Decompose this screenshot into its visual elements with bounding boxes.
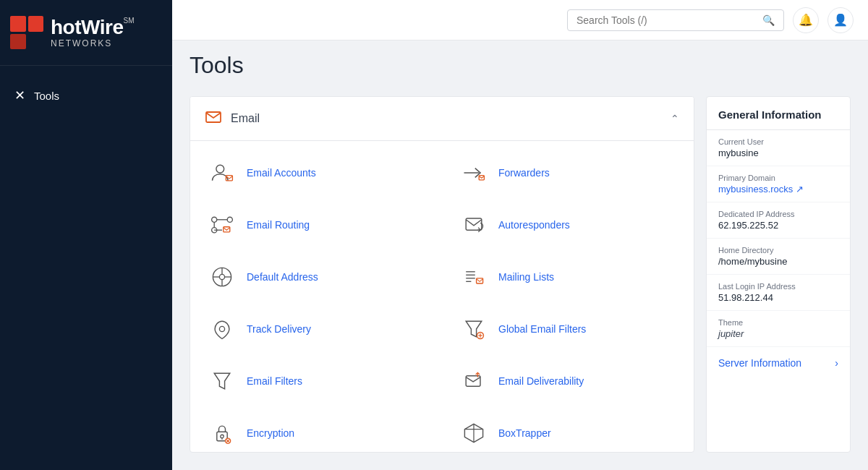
tool-item-global-email-filters[interactable]: Global Email Filters [442, 303, 694, 355]
user-icon: 👤 [833, 13, 848, 27]
track-delivery-icon [208, 315, 237, 343]
topbar: 🔍 🔔 👤 [172, 0, 868, 40]
logo-squares [10, 16, 43, 49]
notifications-button[interactable]: 🔔 [793, 7, 819, 33]
tool-item-email-accounts[interactable]: Email Accounts [190, 147, 442, 199]
email-routing-label: Email Routing [247, 219, 310, 231]
tool-item-mailing-lists[interactable]: Mailing Lists [442, 251, 694, 303]
sidebar-item-tools-label: Tools [34, 90, 59, 102]
email-accounts-icon [208, 158, 237, 187]
svg-point-14 [219, 274, 224, 279]
mailing-lists-icon [459, 262, 488, 291]
home-dir-row: Home Directory /home/mybusine [707, 239, 850, 275]
last-login-value: 51.98.212.44 [718, 292, 838, 303]
theme-label: Theme [718, 318, 838, 327]
content-area: Email ⌃ Email Accounts [172, 79, 868, 470]
chevron-up-icon[interactable]: ⌃ [671, 113, 679, 124]
last-login-label: Last Login IP Address [718, 282, 838, 291]
autoresponders-icon [459, 210, 488, 239]
logo-sq-4 [28, 34, 44, 50]
svg-rect-11 [224, 227, 230, 232]
primary-domain-row: Primary Domain mybusiness.rocks ↗ [707, 166, 850, 202]
email-routing-icon [208, 210, 237, 239]
tool-item-encryption[interactable]: Encryption [190, 407, 442, 453]
search-box[interactable]: 🔍 [567, 9, 784, 31]
tool-item-forwarders[interactable]: Forwarders [442, 147, 694, 199]
user-menu-button[interactable]: 👤 [827, 7, 854, 33]
sidebar: hotWire SM NETWORKS ✕ Tools [0, 0, 172, 470]
sidebar-nav: ✕ Tools [0, 66, 172, 125]
sidebar-item-tools[interactable]: ✕ Tools [0, 79, 172, 112]
svg-point-33 [221, 435, 224, 438]
theme-row: Theme jupiter [707, 311, 850, 347]
svg-rect-23 [477, 278, 483, 283]
server-info-row[interactable]: Server Information › [707, 347, 850, 379]
logo-brand: hotWire [51, 17, 123, 39]
chevron-right-icon: › [835, 357, 838, 369]
main-panel: Email ⌃ Email Accounts [190, 96, 694, 453]
default-address-label: Default Address [247, 271, 318, 283]
email-section-title: Email [231, 112, 260, 125]
dedicated-ip-value: 62.195.225.52 [718, 220, 838, 231]
email-filters-label: Email Filters [247, 375, 302, 387]
email-section-icon [205, 108, 222, 129]
page-title: Tools [172, 40, 868, 79]
tool-item-email-filters[interactable]: Email Filters [190, 355, 442, 407]
email-filters-icon [208, 367, 237, 396]
tool-item-email-deliverability[interactable]: Email Deliverability [442, 355, 694, 407]
svg-rect-30 [466, 376, 480, 386]
tool-item-default-address[interactable]: Default Address [190, 251, 442, 303]
tool-item-autoresponders[interactable]: Autoresponders [442, 199, 694, 251]
default-address-icon [208, 262, 237, 291]
forwarders-icon [459, 158, 488, 187]
email-section-header: Email ⌃ [190, 97, 694, 141]
search-icon: 🔍 [762, 14, 775, 26]
forwarders-label: Forwarders [498, 167, 550, 179]
svg-point-5 [212, 217, 217, 222]
svg-point-1 [216, 165, 224, 173]
logo-sq-3 [10, 34, 26, 50]
primary-domain-label: Primary Domain [718, 174, 838, 182]
current-user-label: Current User [718, 137, 838, 146]
info-panel-title: General Information [707, 97, 850, 130]
mailing-lists-label: Mailing Lists [498, 271, 554, 283]
boxtrapper-label: BoxTrapper [498, 427, 551, 439]
tools-icon: ✕ [14, 87, 25, 103]
home-dir-value: /home/mybusine [718, 256, 838, 267]
svg-point-6 [227, 217, 232, 222]
logo-sq-2 [28, 16, 44, 32]
logo-networks: NETWORKS [51, 39, 134, 48]
bell-icon: 🔔 [799, 13, 813, 27]
last-login-row: Last Login IP Address 51.98.212.44 [707, 275, 850, 311]
global-email-filters-label: Global Email Filters [498, 323, 586, 335]
tool-item-email-routing[interactable]: Email Routing [190, 199, 442, 251]
global-email-filters-icon [459, 315, 488, 343]
info-panel: General Information Current User mybusin… [706, 96, 851, 453]
boxtrapper-icon [459, 419, 488, 448]
logo-text: hotWire SM NETWORKS [51, 17, 134, 48]
logo-area: hotWire SM NETWORKS [0, 0, 172, 66]
svg-marker-29 [214, 373, 230, 389]
search-input[interactable] [576, 14, 757, 26]
tool-item-track-delivery[interactable]: Track Delivery [190, 303, 442, 355]
current-user-value: mybusine [718, 148, 838, 158]
section-header-left: Email [205, 108, 260, 129]
email-deliverability-label: Email Deliverability [498, 375, 584, 387]
current-user-row: Current User mybusine [707, 130, 850, 166]
autoresponders-label: Autoresponders [498, 219, 570, 231]
server-info-label: Server Information [718, 357, 801, 369]
dedicated-ip-row: Dedicated IP Address 62.195.225.52 [707, 202, 850, 239]
main-area: 🔍 🔔 👤 Tools [172, 0, 868, 470]
logo-sq-1 [10, 16, 26, 32]
external-link-icon: ↗ [796, 184, 804, 195]
track-delivery-label: Track Delivery [247, 323, 311, 335]
svg-point-24 [219, 326, 224, 331]
primary-domain-value[interactable]: mybusiness.rocks ↗ [718, 184, 838, 195]
email-accounts-label: Email Accounts [247, 167, 316, 179]
encryption-label: Encryption [247, 427, 294, 439]
theme-value: jupiter [718, 328, 838, 339]
tools-grid: Email Accounts Forwarders [190, 141, 694, 453]
logo-sm: SM [123, 17, 134, 25]
tool-item-boxtrapper[interactable]: BoxTrapper [442, 407, 694, 453]
encryption-icon [208, 419, 237, 448]
